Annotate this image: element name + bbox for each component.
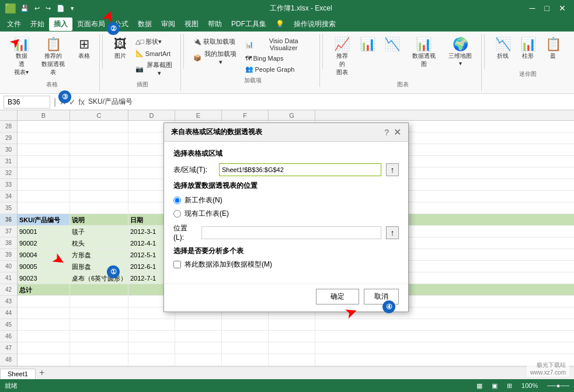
cell-b48[interactable]: [18, 354, 70, 365]
line-spark-btn[interactable]: 📉 折线: [492, 36, 514, 62]
menu-search[interactable]: 操作说明搜索: [289, 18, 340, 31]
cell-b43[interactable]: [18, 296, 70, 307]
dialog-title-buttons[interactable]: ? ✕: [384, 127, 401, 138]
cell-f45[interactable]: [222, 319, 269, 330]
cell-b28[interactable]: [18, 121, 70, 132]
dialog-help-btn[interactable]: ?: [384, 127, 389, 138]
cell-c46[interactable]: [70, 331, 128, 342]
radio-new-sheet[interactable]: 新工作表(N): [173, 195, 399, 205]
formula-icons[interactable]: ✕ ✓ fx: [60, 97, 85, 107]
cell-b45[interactable]: [18, 319, 70, 330]
cell-c34[interactable]: [70, 191, 128, 202]
cell-c36[interactable]: 说明: [70, 214, 128, 225]
quick-access-toolbar[interactable]: 🟩 💾 ↩ ↪ 📄 ▾: [5, 3, 76, 14]
dialog-ok-btn[interactable]: 确定: [316, 289, 359, 304]
close-btn[interactable]: ✕: [555, 2, 569, 14]
menu-view[interactable]: 视图: [180, 18, 203, 31]
cell-e48[interactable]: [175, 354, 222, 365]
cell-b36[interactable]: SKU/产品编号: [18, 214, 70, 225]
cell-d47[interactable]: [128, 342, 175, 354]
my-addins-btn[interactable]: 📦 我的加载项▾: [191, 48, 241, 67]
dialog-range-input[interactable]: [219, 163, 381, 176]
cell-b47[interactable]: [18, 342, 70, 354]
cell-c38[interactable]: 枕头: [70, 237, 128, 249]
cell-e46[interactable]: [175, 331, 222, 342]
cell-b30[interactable]: [18, 144, 70, 155]
recommend-charts-btn[interactable]: 📈 推荐的图表: [330, 36, 354, 78]
cell-b32[interactable]: [18, 167, 70, 178]
radio-new-sheet-input[interactable]: [173, 197, 181, 204]
cell-f46[interactable]: [222, 331, 269, 342]
col-header-g[interactable]: G: [269, 110, 315, 120]
cell-c42[interactable]: [70, 284, 128, 295]
window-controls[interactable]: ─ □ ✕: [526, 2, 569, 14]
menu-insert[interactable]: 插入: [49, 18, 72, 31]
cell-b46[interactable]: [18, 331, 70, 342]
cell-d46[interactable]: [128, 331, 175, 342]
column-chart-btn[interactable]: 📊: [356, 36, 378, 54]
cell-c31[interactable]: [70, 156, 128, 167]
cell-c33[interactable]: [70, 179, 128, 190]
col-header-f[interactable]: F: [222, 110, 269, 120]
insert-function-icon[interactable]: fx: [78, 97, 85, 107]
confirm-formula-icon[interactable]: ✓: [69, 97, 76, 107]
col-spark-btn[interactable]: 📊 柱形: [517, 36, 540, 62]
col-header-b[interactable]: B: [18, 110, 70, 120]
cell-c28[interactable]: [70, 121, 128, 132]
col-header-e[interactable]: E: [175, 110, 222, 120]
3d-map-btn[interactable]: 🌍 三维地图▾: [444, 36, 476, 68]
cell-g47[interactable]: [269, 342, 315, 354]
cell-c48[interactable]: [70, 354, 128, 365]
cell-b34[interactable]: [18, 191, 70, 202]
redo-btn[interactable]: ↪: [44, 4, 53, 13]
line-chart-btn[interactable]: 📉: [381, 36, 403, 54]
cell-e47[interactable]: [175, 342, 222, 354]
cell-b42[interactable]: 总计: [18, 284, 70, 295]
add-sheet-btn[interactable]: +: [37, 366, 47, 379]
cancel-formula-icon[interactable]: ✕: [60, 97, 67, 107]
win-spark-btn[interactable]: 📋 盈: [542, 36, 565, 62]
cell-e45[interactable]: [175, 319, 222, 330]
shapes-btn[interactable]: △□ 形状▾: [133, 36, 176, 47]
maximize-btn[interactable]: □: [541, 2, 553, 14]
menu-formulas[interactable]: 公式: [110, 18, 133, 31]
cell-b29[interactable]: [18, 132, 70, 144]
undo-btn[interactable]: ↩: [33, 4, 41, 13]
sheet-tab-sheet1[interactable]: Sheet1: [0, 369, 36, 379]
cell-c32[interactable]: [70, 167, 128, 178]
col-header-c[interactable]: C: [70, 110, 128, 120]
cell-b33[interactable]: [18, 179, 70, 190]
bing-maps-btn[interactable]: 🗺 Bing Maps: [243, 54, 315, 63]
dialog-location-input[interactable]: [201, 226, 381, 239]
col-header-d[interactable]: D: [128, 110, 175, 120]
menu-help[interactable]: 帮助: [203, 18, 227, 31]
cell-b38[interactable]: 90002: [18, 237, 70, 249]
name-box[interactable]: [4, 96, 50, 108]
people-graph-btn[interactable]: 👥 People Graph: [243, 64, 315, 74]
menu-lightbulb[interactable]: 💡: [271, 18, 289, 30]
cell-b44[interactable]: [18, 307, 70, 318]
table-btn[interactable]: ⊞ 表格: [74, 36, 95, 62]
screenshot-btn[interactable]: 📷 屏幕截图▾: [133, 60, 176, 78]
view-layout[interactable]: ▣: [492, 382, 498, 390]
cell-d45[interactable]: [128, 319, 175, 330]
menu-pdf[interactable]: PDF工具集: [227, 18, 271, 31]
cell-c45[interactable]: [70, 319, 128, 330]
cell-b39[interactable]: 90004: [18, 249, 70, 260]
dialog-close-btn[interactable]: ✕: [394, 127, 401, 138]
dialog-add-model-checkbox[interactable]: [173, 261, 181, 268]
minimize-btn[interactable]: ─: [526, 2, 539, 14]
menu-layout[interactable]: 页面布局: [72, 18, 110, 31]
menu-data[interactable]: 数据: [133, 18, 156, 31]
cell-d48[interactable]: [128, 354, 175, 365]
cell-c41[interactable]: 桌布（6英寸圆形）: [70, 272, 128, 284]
radio-existing-sheet-input[interactable]: [173, 210, 181, 218]
cell-g48[interactable]: [269, 354, 315, 365]
smartart-btn[interactable]: 📐 SmartArt: [133, 48, 176, 58]
cell-c37[interactable]: 毯子: [70, 226, 128, 237]
open-btn[interactable]: 📄: [55, 4, 67, 13]
cell-c29[interactable]: [70, 132, 128, 144]
view-break[interactable]: ⊞: [507, 382, 512, 390]
dialog-range-collapse-btn[interactable]: ↑: [386, 163, 399, 176]
cell-b31[interactable]: [18, 156, 70, 167]
